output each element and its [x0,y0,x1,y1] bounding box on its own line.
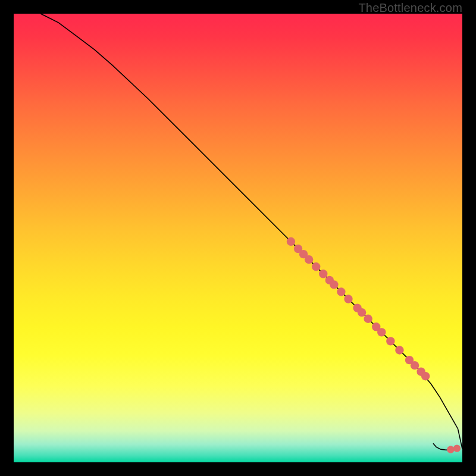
marker-dot [312,262,320,271]
chart-frame: TheBottleneck.com [0,0,476,476]
marker-dot [337,287,345,296]
plot-area [14,14,462,462]
attribution-label: TheBottleneck.com [358,1,462,15]
marker-dot [453,444,461,452]
marker-dot [364,315,372,323]
marker-dot [319,270,327,278]
marker-dot [386,337,394,345]
marker-group [287,237,461,453]
bottleneck-curve [40,14,462,449]
marker-dot [344,295,352,303]
curve-layer [14,14,462,462]
marker-dot [447,446,454,453]
marker-dot [377,328,386,336]
marker-dot [358,308,366,317]
marker-dot [411,361,419,369]
marker-dot [287,237,295,246]
marker-dot [330,280,338,289]
marker-dot [305,255,313,264]
marker-dot [395,346,403,354]
marker-dot [421,372,430,380]
